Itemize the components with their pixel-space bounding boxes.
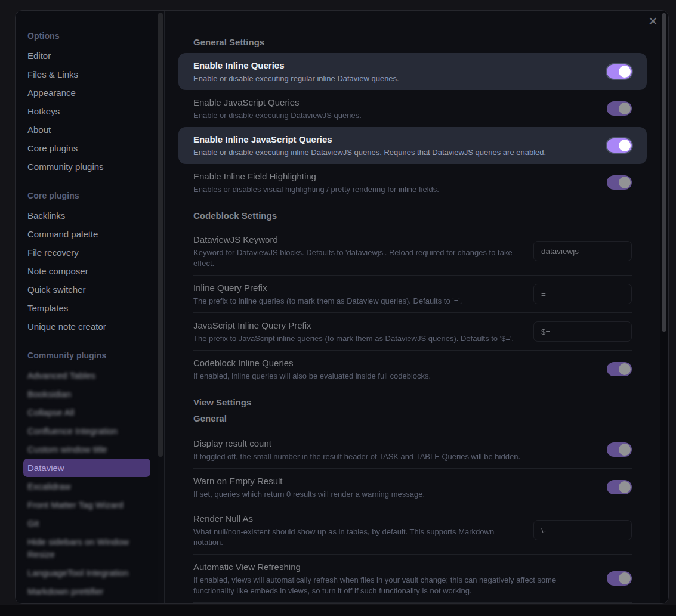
setting-description: Keyword for DataviewJS blocks. Defaults … [193, 247, 519, 269]
sidebar-item-markdown-prettifier[interactable]: Markdown prettifier [23, 582, 150, 600]
sidebar-section-options: Options Editor Files & Links Appearance … [23, 31, 150, 176]
sidebar-item-community-plugins[interactable]: Community plugins [23, 157, 150, 176]
setting-info: Display result count If toggled off, the… [193, 437, 607, 462]
setting-description: Enable or disable executing regular inli… [193, 73, 592, 84]
setting-title: Codeblock Inline Queries [193, 357, 592, 369]
sidebar-item-collapse-all[interactable]: Collapse All [23, 403, 150, 422]
background-app-strip [0, 605, 676, 616]
setting-description: Enables or disables visual highlighting … [193, 184, 592, 195]
toggle-knob [619, 363, 631, 375]
setting-title: Enable JavaScript Queries [193, 96, 592, 109]
content-scrollbar-thumb[interactable] [662, 13, 666, 332]
setting-title: DataviewJS Keyword [193, 233, 519, 246]
setting-description: The prefix to JavaScript inline queries … [193, 333, 519, 344]
sidebar-item-front-matter-tag-wizard[interactable]: Front Matter Tag Wizard [23, 496, 150, 514]
sidebar-item-confluence-integration[interactable]: Confluence Integration [23, 422, 150, 440]
enable-inline-javascript-queries-toggle[interactable] [607, 138, 632, 153]
sidebar-item-files-links[interactable]: Files & Links [23, 65, 150, 83]
sidebar-item-hotkeys[interactable]: Hotkeys [23, 102, 150, 120]
setting-info: JavaScript Inline Query Prefix The prefi… [193, 319, 533, 344]
toggle-knob [619, 103, 631, 114]
setting-title: Warn on Empty Result [193, 475, 592, 487]
sidebar-item-editor[interactable]: Editor [23, 47, 150, 65]
setting-description: If enabled, inline queries will also be … [193, 371, 592, 382]
sidebar-header-options: Options [23, 31, 150, 41]
settings-sidebar: Options Editor Files & Links Appearance … [16, 11, 158, 603]
setting-javascript-inline-query-prefix: JavaScript Inline Query Prefix The prefi… [178, 313, 647, 350]
javascript-inline-query-prefix-input[interactable] [533, 321, 632, 342]
setting-info: Enable Inline Queries Enable or disable … [193, 59, 607, 84]
setting-info: Enable Inline Field Highlighting Enables… [193, 170, 607, 195]
setting-title: Display result count [193, 437, 592, 450]
sidebar-item-note-composer[interactable]: Note composer [23, 262, 150, 280]
sidebar-scrollbar-thumb[interactable] [158, 13, 163, 457]
setting-render-null-as: Render Null As What null/non-existent sh… [178, 506, 647, 554]
setting-inline-query-prefix: Inline Query Prefix The prefix to inline… [178, 276, 647, 312]
setting-title: Render Null As [193, 512, 519, 525]
setting-refresh-interval: Refresh Interval [178, 603, 647, 603]
sidebar-item-unique-note-creator[interactable]: Unique note creator [23, 317, 150, 336]
setting-description: If toggled off, the small number in the … [193, 451, 592, 462]
sidebar-item-advanced-tables[interactable]: Advanced Tables [23, 366, 150, 385]
setting-dataviewjs-keyword: DataviewJS Keyword Keyword for DataviewJ… [178, 227, 647, 275]
toggle-knob [619, 572, 631, 584]
heading-codeblock-settings: Codeblock Settings [178, 211, 647, 221]
sidebar-item-quick-switcher[interactable]: Quick switcher [23, 280, 150, 299]
automatic-view-refreshing-toggle[interactable] [607, 571, 632, 586]
dataviewjs-keyword-input[interactable] [533, 241, 632, 261]
inline-query-prefix-input[interactable] [533, 284, 632, 304]
sidebar-item-about[interactable]: About [23, 120, 150, 139]
setting-description: Enable or disable executing inline Datav… [193, 147, 592, 158]
render-null-as-input[interactable] [533, 520, 632, 540]
setting-title: Enable Inline Field Highlighting [193, 170, 592, 182]
setting-warn-on-empty-result: Warn on Empty Result If set, queries whi… [178, 469, 647, 506]
toggle-knob [619, 140, 631, 151]
setting-description: What null/non-existent should show up as… [193, 527, 519, 548]
sidebar-item-languagetool-integration[interactable]: LanguageTool Integration [23, 564, 150, 582]
toggle-knob [619, 177, 631, 188]
setting-info: Render Null As What null/non-existent sh… [193, 512, 533, 548]
setting-enable-inline-field-highlighting: Enable Inline Field Highlighting Enables… [178, 164, 647, 201]
setting-info: DataviewJS Keyword Keyword for DataviewJ… [193, 233, 533, 269]
codeblock-inline-queries-toggle[interactable] [607, 362, 632, 376]
sidebar-item-custom-window-title[interactable]: Custom window title [23, 440, 150, 459]
heading-view-settings: View Settings [178, 397, 647, 407]
setting-description: The prefix to inline queries (to mark th… [193, 296, 519, 307]
sidebar-item-hide-sidebars[interactable]: Hide sidebars on Window Resize [23, 533, 150, 564]
sidebar-item-backlinks[interactable]: Backlinks [23, 206, 150, 225]
sidebar-item-command-palette[interactable]: Command palette [23, 225, 150, 243]
sidebar-item-dataview[interactable]: Dataview [23, 459, 150, 477]
sidebar-item-booksidian[interactable]: Booksidian [23, 385, 150, 403]
setting-automatic-view-refreshing: Automatic View Refreshing If enabled, vi… [178, 555, 647, 602]
content-scrollbar-track[interactable] [660, 11, 668, 603]
sidebar-header-core-plugins: Core plugins [23, 191, 150, 200]
enable-inline-queries-toggle[interactable] [607, 64, 632, 79]
warn-on-empty-result-toggle[interactable] [607, 480, 632, 494]
sidebar-section-community-plugins: Community plugins Advanced Tables Booksi… [23, 351, 150, 600]
sidebar-item-file-recovery[interactable]: File recovery [23, 243, 150, 262]
sidebar-item-excalidraw[interactable]: Excalidraw [23, 477, 150, 496]
setting-title: JavaScript Inline Query Prefix [193, 319, 519, 332]
setting-enable-javascript-queries: Enable JavaScript Queries Enable or disa… [178, 90, 647, 127]
setting-enable-inline-javascript-queries: Enable Inline JavaScript Queries Enable … [178, 127, 647, 164]
enable-inline-field-highlighting-toggle[interactable] [607, 175, 632, 190]
setting-description: If set, queries which return 0 results w… [193, 489, 592, 500]
enable-javascript-queries-toggle[interactable] [607, 101, 632, 116]
close-icon[interactable]: × [649, 13, 658, 29]
sidebar-item-appearance[interactable]: Appearance [23, 83, 150, 102]
sidebar-item-git[interactable]: Git [23, 514, 150, 533]
sidebar-item-core-plugins[interactable]: Core plugins [23, 139, 150, 157]
sidebar-item-templates[interactable]: Templates [23, 299, 150, 317]
settings-modal: Options Editor Files & Links Appearance … [15, 10, 669, 604]
heading-general-settings: General Settings [178, 37, 647, 47]
display-result-count-toggle[interactable] [607, 442, 632, 457]
setting-title: Enable Inline Queries [193, 59, 592, 72]
setting-title: Automatic View Refreshing [193, 561, 592, 573]
setting-description: Enable or disable executing DataviewJS q… [193, 110, 592, 121]
settings-content: General Settings Enable Inline Queries E… [164, 11, 668, 603]
setting-title: Inline Query Prefix [193, 281, 519, 294]
sidebar-section-core-plugins: Core plugins Backlinks Command palette F… [23, 191, 150, 336]
setting-info: Automatic View Refreshing If enabled, vi… [193, 561, 607, 596]
heading-view-general: General [178, 413, 647, 423]
sidebar-scrollbar-track[interactable] [158, 11, 164, 603]
